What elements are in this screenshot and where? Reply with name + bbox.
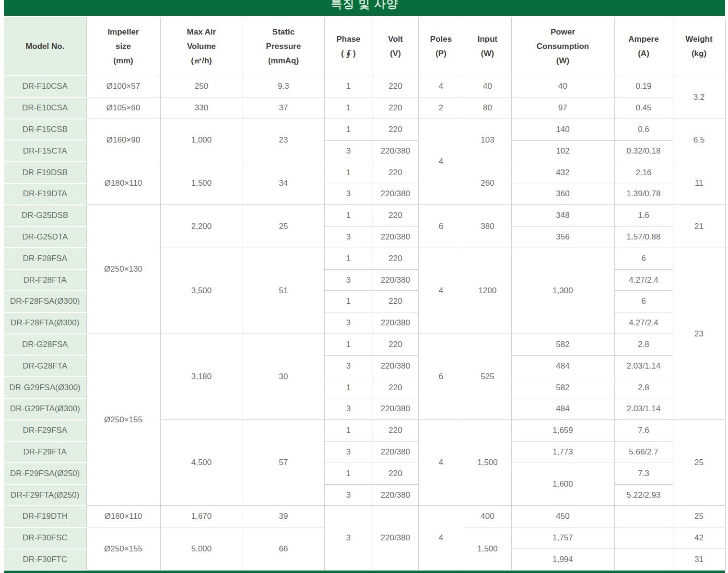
- data-cell-poles: 4: [418, 420, 464, 506]
- data-cell-volt: 220/380: [373, 312, 418, 334]
- data-cell-volt: 220: [373, 205, 418, 227]
- column-header-poles: Poles(P): [418, 17, 464, 76]
- section-title: 특징 및 사양: [331, 0, 398, 16]
- data-cell-impeller: Ø105×60: [86, 97, 160, 119]
- data-cell-volt: 220: [373, 291, 418, 312]
- data-cell-phase: 1: [324, 334, 373, 356]
- data-cell-static_pressure: 66: [243, 527, 324, 571]
- data-cell-ampere: 2.8: [614, 377, 673, 398]
- model-cell: DR-F19DSB: [4, 162, 86, 183]
- data-cell-static_pressure: 51: [243, 248, 324, 334]
- model-cell: DR-F28FTA(Ø300): [4, 312, 86, 334]
- model-cell: DR-G29FSA(Ø300): [4, 377, 86, 398]
- data-cell-power_consumption: 1,659: [511, 420, 614, 442]
- header-row: Model No.Impellersize(mm)Max AirVolume(㎥…: [4, 17, 725, 76]
- table-row: DR-F19DSBØ180×1101,5003412202604322.1611: [4, 162, 725, 183]
- data-cell-ampere: 1.6: [614, 205, 673, 227]
- data-cell-weight: 25: [673, 506, 725, 527]
- data-cell-volt: 220: [373, 162, 418, 183]
- model-cell: DR-F19DTH: [4, 506, 86, 527]
- data-cell-weight: 23: [673, 248, 725, 419]
- data-cell-volt: 220/380: [373, 355, 418, 377]
- data-cell-phase: 3: [324, 398, 373, 420]
- data-cell-phase: 3: [324, 183, 373, 205]
- model-cell: DR-F29FTA(Ø250): [4, 484, 86, 506]
- data-cell-input: 260: [464, 162, 511, 205]
- column-header-phase: Phase( ∮ ): [324, 17, 373, 76]
- data-cell-input: 80: [464, 97, 511, 119]
- data-cell-volt: 220/380: [373, 140, 418, 162]
- data-cell-ampere: 2.03/1.14: [614, 355, 673, 377]
- data-cell-power_consumption: 356: [511, 227, 614, 248]
- model-cell: DR-F30FTC: [4, 549, 86, 571]
- column-header-input: Input(W): [464, 17, 511, 76]
- data-cell-phase: 1: [324, 420, 373, 442]
- model-cell: DR-G28FTA: [4, 355, 86, 377]
- data-cell-power_consumption: 1,994: [511, 549, 614, 571]
- data-cell-volt: 220: [373, 119, 418, 141]
- data-cell-phase: 1: [324, 162, 373, 183]
- model-cell: DR-G25DSB: [4, 205, 86, 227]
- data-cell-input: 1,500: [464, 420, 511, 506]
- model-cell: DR-F19DTA: [4, 183, 86, 205]
- column-header-volt: Volt(V): [373, 17, 418, 76]
- data-cell-power_consumption: 450: [511, 506, 614, 527]
- data-cell-weight: 42: [673, 527, 725, 549]
- data-cell-phase: 3: [324, 506, 373, 570]
- data-cell-input: 40: [464, 76, 511, 97]
- column-header-static_pressure: StaticPressure(mmAq): [243, 17, 324, 76]
- table-row: DR-G28FSAØ250×1553,18030122065255822.8: [4, 334, 725, 356]
- table-row: DR-F15CSBØ160×901,00023122041031400.66.5: [4, 119, 725, 141]
- data-cell-poles: 4: [418, 76, 464, 97]
- data-cell-phase: 1: [324, 377, 373, 398]
- data-cell-ampere: 0.32/0.18: [614, 140, 673, 162]
- table-row: DR-E10CSAØ105×60330371220280970.45: [4, 97, 725, 119]
- data-cell-power_consumption: 102: [511, 140, 614, 162]
- data-cell-weight: 3.2: [673, 76, 725, 119]
- data-cell-impeller: Ø180×110: [86, 162, 160, 205]
- column-header-impeller: Impellersize(mm): [86, 17, 160, 76]
- data-cell-max_air_volume: 3,180: [160, 334, 243, 420]
- data-cell-max_air_volume: 330: [160, 97, 243, 119]
- data-cell-input: 1,500: [464, 527, 511, 571]
- data-cell-input: 400: [464, 506, 511, 527]
- table-row: DR-G25DSBØ250×1302,20025122063803481.621: [4, 205, 725, 227]
- data-cell-phase: 3: [324, 484, 373, 506]
- data-cell-volt: 220/380: [373, 442, 418, 463]
- data-cell-poles: 2: [418, 97, 464, 119]
- data-cell-impeller: Ø250×155: [86, 527, 160, 571]
- table-row: DR-F10CSAØ100×572509.31220440400.193.2: [4, 76, 725, 97]
- data-cell-power_consumption: 348: [511, 205, 614, 227]
- data-cell-volt: 220/380: [373, 269, 418, 291]
- column-header-weight: Weight(kg): [673, 17, 725, 76]
- data-cell-volt: 220: [373, 463, 418, 484]
- data-cell-impeller: Ø160×90: [86, 119, 160, 162]
- data-cell-ampere: 5.66/2.7: [614, 442, 673, 463]
- data-cell-impeller: Ø180×110: [86, 506, 160, 527]
- data-cell-ampere: [614, 549, 673, 571]
- model-cell: DR-F29FTA: [4, 442, 86, 463]
- model-cell: DR-G29FTA(Ø300): [4, 398, 86, 420]
- data-cell-static_pressure: 39: [243, 506, 324, 527]
- data-cell-poles: 6: [418, 334, 464, 420]
- data-cell-ampere: 0.45: [614, 97, 673, 119]
- data-cell-poles: 4: [418, 248, 464, 334]
- data-cell-volt: 220/380: [373, 183, 418, 205]
- data-cell-ampere: [614, 527, 673, 549]
- model-cell: DR-F28FSA: [4, 248, 86, 269]
- section-title-bar: 특징 및 사양: [4, 0, 725, 16]
- data-cell-ampere: 5.22/2.93: [614, 484, 673, 506]
- model-cell: DR-F28FTA: [4, 269, 86, 291]
- data-cell-static_pressure: 34: [243, 162, 324, 205]
- data-cell-ampere: 2.03/1.14: [614, 398, 673, 420]
- data-cell-input: 1200: [464, 248, 511, 334]
- model-cell: DR-F15CSB: [4, 119, 86, 141]
- data-cell-static_pressure: 37: [243, 97, 324, 119]
- data-cell-weight: 6.5: [673, 119, 725, 162]
- data-cell-ampere: 2.8: [614, 334, 673, 356]
- data-cell-phase: 3: [324, 269, 373, 291]
- data-cell-phase: 1: [324, 205, 373, 227]
- data-cell-phase: 1: [324, 463, 373, 484]
- data-cell-input: 525: [464, 334, 511, 420]
- data-cell-phase: 1: [324, 291, 373, 312]
